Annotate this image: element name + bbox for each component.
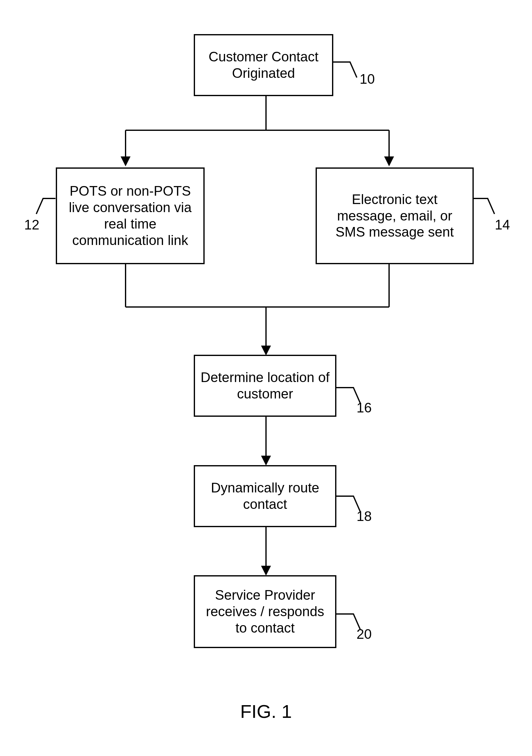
box-text: Electronic text message, email, or SMS m… [322,191,467,240]
box-electronic-text-message: Electronic text message, email, or SMS m… [316,168,474,264]
box-determine-location: Determine location of customer [194,355,336,417]
box-dynamically-route: Dynamically route contact [194,465,336,527]
box-text: POTS or non-POTS live conversation via r… [62,183,199,248]
box-text: Customer Contact Originated [200,49,327,82]
box-text: Service Provider receives / responds to … [200,587,330,636]
ref-14: 14 [495,217,510,232]
ref-12: 12 [24,217,40,232]
ref-18: 18 [357,508,372,524]
ref-20: 20 [357,626,372,642]
box-text: Determine location of customer [200,369,330,402]
box-text: Dynamically route contact [200,480,330,513]
box-pots-live-conversation: POTS or non-POTS live conversation via r… [56,168,205,264]
figure-caption: FIG. 1 [0,701,532,722]
flowchart-canvas: Customer Contact Originated POTS or non-… [0,0,532,756]
ref-16: 16 [357,400,372,416]
box-customer-contact-originated: Customer Contact Originated [194,34,333,96]
ref-10: 10 [359,71,375,87]
box-service-provider-receives: Service Provider receives / responds to … [194,575,336,648]
